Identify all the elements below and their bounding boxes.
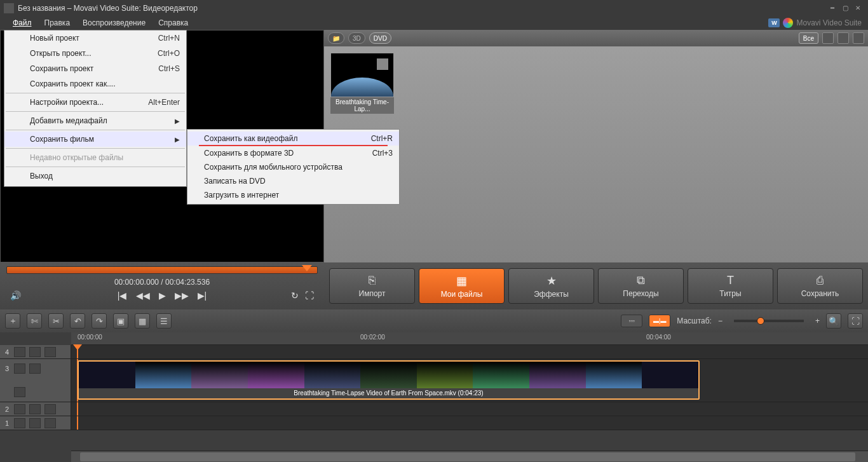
timeline-mode-button[interactable]: ▬|▬ bbox=[649, 315, 670, 327]
skip-end-icon[interactable]: ▶| bbox=[198, 290, 207, 301]
menu-add-media[interactable]: Добавить медиафайл▶ bbox=[4, 113, 186, 128]
menu-file[interactable]: Файл bbox=[6, 17, 38, 29]
zoom-knob[interactable] bbox=[757, 317, 764, 325]
track-link-icon[interactable] bbox=[29, 347, 41, 357]
track-body[interactable] bbox=[71, 416, 868, 430]
expand-button[interactable]: ⛶ bbox=[848, 313, 863, 329]
playhead[interactable] bbox=[77, 416, 78, 430]
submenu-upload-web[interactable]: Загрузить в интернет bbox=[187, 188, 399, 202]
dvd-button[interactable]: DVD bbox=[369, 32, 391, 44]
ruler-tick: 00:04:00 bbox=[646, 334, 671, 341]
track-link-icon[interactable] bbox=[29, 363, 41, 374]
filter-all-button[interactable]: Все bbox=[799, 32, 818, 44]
window-title: Без названия – Movavi Video Suite: Видео… bbox=[18, 4, 826, 13]
toolbar: ＋ ✄ ✂ ↶ ↷ ▣ ▦ ☰ ▫▫▫ ▬|▬ Масштаб: − + 🔍 ⛶ bbox=[0, 309, 868, 332]
video-clip[interactable]: Breathtaking Time-Lapse Video of Earth F… bbox=[78, 360, 700, 400]
text-icon: T bbox=[727, 274, 734, 287]
settings-button[interactable]: ▦ bbox=[135, 313, 150, 329]
menu-save-movie[interactable]: Сохранить фильм▶ bbox=[4, 132, 186, 147]
tab-save[interactable]: ⎙Сохранить bbox=[777, 268, 863, 304]
menu-help[interactable]: Справка bbox=[152, 17, 194, 29]
progress-bar[interactable] bbox=[6, 266, 318, 274]
import-icon: ⎘ bbox=[369, 274, 376, 287]
library-item-label: Breathtaking Time-Lap... bbox=[330, 97, 394, 114]
menu-exit[interactable]: Выход bbox=[4, 168, 186, 184]
storyboard-mode-button[interactable]: ▫▫▫ bbox=[621, 315, 642, 327]
rewind-icon[interactable]: ◀◀ bbox=[136, 290, 150, 301]
undo-button[interactable]: ↶ bbox=[70, 313, 85, 329]
folder-button[interactable]: 📁 bbox=[328, 32, 344, 44]
tab-effects[interactable]: ★Эффекты bbox=[508, 268, 594, 304]
forward-icon[interactable]: ▶▶ bbox=[175, 290, 189, 301]
menu-save-project[interactable]: Сохранить проектCtrl+S bbox=[4, 61, 186, 76]
library-item[interactable]: Breathtaking Time-Lap... bbox=[330, 53, 394, 114]
title-track-icon bbox=[14, 347, 25, 357]
filter-image-icon[interactable] bbox=[837, 32, 849, 44]
menu-edit[interactable]: Правка bbox=[38, 17, 77, 29]
tab-transitions[interactable]: ⧉Переходы bbox=[598, 268, 684, 304]
timeline: 00:00:00 00:02:00 00:04:00 4 3 Breathtak… bbox=[0, 332, 868, 462]
zoom-out-icon[interactable]: − bbox=[718, 316, 722, 325]
volume-icon[interactable]: 🔊 bbox=[10, 290, 21, 301]
files-icon: ▦ bbox=[456, 274, 467, 288]
track-link-icon[interactable] bbox=[29, 418, 41, 428]
3d-button[interactable]: 3D bbox=[348, 32, 365, 44]
add-button[interactable]: ＋ bbox=[5, 313, 20, 329]
ruler-tick: 00:00:00 bbox=[78, 334, 102, 341]
main-tabs: ⎘Импорт ▦Мои файлы ★Эффекты ⧉Переходы TТ… bbox=[324, 262, 868, 309]
redo-button[interactable]: ↷ bbox=[92, 313, 107, 329]
filter-video-icon[interactable] bbox=[822, 32, 834, 44]
zoom-fit-button[interactable]: 🔍 bbox=[826, 313, 841, 329]
track-body[interactable] bbox=[71, 345, 868, 358]
track-eye-icon[interactable] bbox=[44, 404, 56, 414]
tab-import[interactable]: ⎘Импорт bbox=[329, 268, 415, 304]
playhead[interactable] bbox=[77, 345, 78, 358]
playhead[interactable] bbox=[77, 402, 78, 416]
menu-open-project[interactable]: Открыть проект...Ctrl+O bbox=[4, 46, 186, 61]
time-ruler[interactable]: 00:00:00 00:02:00 00:04:00 bbox=[71, 332, 868, 345]
menu-playback[interactable]: Воспроизведение bbox=[76, 17, 152, 29]
library-thumbnail[interactable] bbox=[330, 53, 394, 97]
play-icon[interactable]: ▶ bbox=[159, 290, 166, 301]
cut-button[interactable]: ✄ bbox=[27, 313, 42, 329]
zoom-slider[interactable] bbox=[734, 320, 804, 322]
progress-handle[interactable] bbox=[302, 265, 312, 271]
submenu-save-3d[interactable]: Сохранить в формате 3DCtrl+3 bbox=[187, 146, 399, 160]
submenu-burn-dvd[interactable]: Записать на DVD bbox=[187, 174, 399, 188]
filter-audio-icon[interactable] bbox=[853, 32, 864, 44]
scrollbar-thumb[interactable] bbox=[80, 452, 855, 461]
properties-button[interactable]: ☰ bbox=[156, 313, 172, 329]
title-bar: Без названия – Movavi Video Suite: Видео… bbox=[0, 0, 868, 16]
crop-button[interactable]: ▣ bbox=[113, 313, 128, 329]
tab-titles[interactable]: TТитры bbox=[688, 268, 773, 304]
track-audio-2: 2 bbox=[0, 402, 868, 416]
zoom-in-icon[interactable]: + bbox=[815, 316, 820, 325]
clip-label: Breathtaking Time-Lapse Video of Earth F… bbox=[79, 388, 698, 398]
horizontal-scrollbar[interactable] bbox=[71, 451, 868, 462]
color-wheel-icon[interactable] bbox=[783, 18, 793, 28]
track-body[interactable]: Breathtaking Time-Lapse Video of Earth F… bbox=[71, 359, 868, 402]
vk-icon[interactable]: W bbox=[768, 18, 780, 27]
loop-icon[interactable]: ↻ bbox=[291, 290, 299, 301]
menu-project-settings[interactable]: Настройки проекта...Alt+Enter bbox=[4, 95, 186, 110]
chevron-right-icon: ▶ bbox=[175, 136, 180, 143]
maximize-button[interactable]: ▢ bbox=[839, 4, 851, 11]
track-body[interactable] bbox=[71, 402, 868, 416]
track-video: 3 Breathtaking Time-Lapse Video of Earth… bbox=[0, 359, 868, 402]
chevron-right-icon: ▶ bbox=[175, 118, 180, 125]
split-button[interactable]: ✂ bbox=[48, 313, 64, 329]
minimize-button[interactable]: ━ bbox=[826, 4, 839, 11]
track-link-icon[interactable] bbox=[29, 404, 41, 414]
tab-my-files[interactable]: ▦Мои файлы bbox=[419, 268, 505, 304]
menu-new-project[interactable]: Новый проектCtrl+N bbox=[4, 31, 186, 46]
submenu-save-video[interactable]: Сохранить как видеофайлCtrl+R bbox=[187, 132, 399, 146]
submenu-save-mobile[interactable]: Сохранить для мобильного устройства bbox=[187, 160, 399, 174]
brand-label: Movavi Video Suite bbox=[796, 18, 862, 27]
track-eye-icon[interactable] bbox=[44, 418, 56, 428]
audio-mute-icon[interactable] bbox=[14, 387, 25, 397]
track-eye-icon[interactable] bbox=[44, 347, 56, 357]
fullscreen-icon[interactable]: ⛶ bbox=[305, 290, 314, 301]
close-button[interactable]: ✕ bbox=[851, 4, 864, 11]
menu-save-project-as[interactable]: Сохранить проект как.... bbox=[4, 76, 186, 92]
skip-start-icon[interactable]: |◀ bbox=[118, 290, 127, 301]
